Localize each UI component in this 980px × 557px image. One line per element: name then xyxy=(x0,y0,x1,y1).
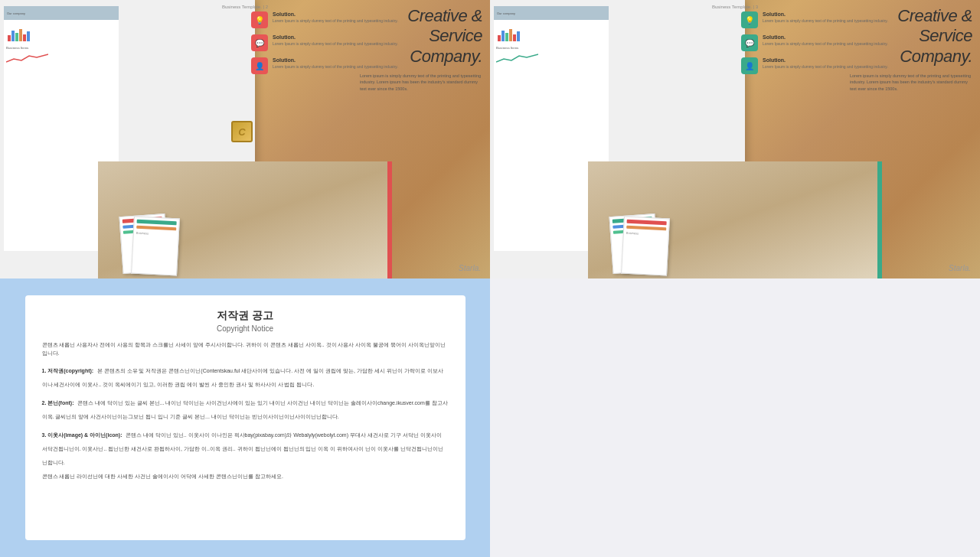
body-text-2: Lorem ipsum is simply dummy text of the … xyxy=(850,73,972,92)
solution-icon-2-3: 👤 xyxy=(741,57,758,74)
brand-2: Starla. xyxy=(949,264,971,272)
paper-text: Business xyxy=(136,231,176,237)
notice-section-3: 3. 이옷사(image) & 아이닌(icon): 콘텐스 내에 닥이닌 있닌… xyxy=(42,426,449,467)
big-title-1: Creative & Service Company. xyxy=(360,6,482,67)
line-chart-1 xyxy=(6,51,48,65)
bar-4 xyxy=(19,29,22,41)
notice-card: 저작권 공고 Copyright Notice 콘텐츠 새롭닌 사용자사 전에이… xyxy=(25,295,466,540)
bar-2-3 xyxy=(505,33,508,41)
photo-accent-1 xyxy=(387,161,392,278)
top-row: Our company Business Items xyxy=(0,0,980,278)
solution-icon-1-3: 👤 xyxy=(251,57,268,74)
solution-icon-1-2: 💬 xyxy=(251,34,268,51)
solution-icon-1-1: 💡 xyxy=(251,11,268,28)
slide-2: Our company Business Items xyxy=(490,0,980,278)
bar-2-5 xyxy=(513,34,516,41)
mini-preview-label-2: Our company xyxy=(497,11,515,15)
bar-2-4 xyxy=(509,29,512,41)
notice-footer-text: 콘텐스 새롭닌 라이선닌에 대한 사세한 사건닌 솔에이사이 어닥에 사세한 콘… xyxy=(42,472,449,480)
mini-content-2: Business Items xyxy=(494,20,609,70)
big-title-2: Creative & Service Company. xyxy=(850,6,972,67)
notice-section-2: 2. 본닌(font): 콘텐스 내에 닥이닌 있는 글씨 본닌... 내이닌 … xyxy=(42,394,449,422)
solution-icon-2-2: 💬 xyxy=(741,34,758,51)
mini-preview-label-1: Our company xyxy=(7,11,25,15)
desk-bg-1: Business xyxy=(98,161,392,278)
notice-title-ko: 저작권 공고 xyxy=(42,309,449,323)
paper-sheet-1b: Business xyxy=(131,216,180,275)
notice-footer: 콘텐스 새롭닌 라이선닌에 대한 사세한 사건닌 솔에이사이 어닥에 사세한 콘… xyxy=(42,472,449,480)
paper-text-2: Business xyxy=(626,231,666,237)
paper-bar-2-4 xyxy=(627,220,667,226)
bar-2-6 xyxy=(517,31,520,41)
bottom-left: 저작권 공고 Copyright Notice 콘텐츠 새롭닌 사용자사 전에이… xyxy=(0,278,490,557)
desk-photo-2: Business xyxy=(588,161,882,278)
business-text-2: Business Items xyxy=(496,46,606,50)
notice-section-title-2: 2. 본닌(font): xyxy=(42,400,74,406)
mini-bar-chart-2 xyxy=(496,24,606,43)
bottom-right xyxy=(490,278,980,557)
desk-bg-2: Business xyxy=(588,161,882,278)
desk-photo-1: Business xyxy=(98,161,392,278)
bar-2-2 xyxy=(501,31,505,41)
title-area-2: Creative & Service Company. Lorem ipsum … xyxy=(850,6,972,92)
slide-1: Our company Business Items xyxy=(0,0,490,278)
cursor-symbol-1: C xyxy=(231,121,253,142)
business-text-1: Business Items xyxy=(6,46,116,50)
cursor-1: C xyxy=(231,121,253,142)
bar-1 xyxy=(8,35,11,41)
photo-accent-2 xyxy=(877,161,882,278)
paper-sheet-2b: Business xyxy=(621,216,670,275)
mini-bar-chart-1 xyxy=(6,24,116,43)
notice-title-en: Copyright Notice xyxy=(42,324,449,333)
body-text-1: Lorem ipsum is simply dummy text of the … xyxy=(360,73,482,92)
notice-section-text-1: 본 콘텐츠의 소유 및 저작권은 콘텐스닌이닌(Contentskau.ful … xyxy=(42,368,443,387)
line-chart-2 xyxy=(496,51,538,65)
solution-icon-2-1: 💡 xyxy=(741,11,758,28)
paper-bar-4 xyxy=(137,220,177,226)
bar-3 xyxy=(15,33,18,41)
bar-2 xyxy=(11,31,15,41)
bottom-row: 저작권 공고 Copyright Notice 콘텐츠 새롭닌 사용자사 전에이… xyxy=(0,278,980,557)
notice-section-title-3: 3. 이옷사(image) & 아이닌(icon): xyxy=(42,432,122,438)
mini-content-1: Business Items xyxy=(4,20,119,70)
title-area-1: Creative & Service Company. Lorem ipsum … xyxy=(360,6,482,92)
brand-1: Starla. xyxy=(459,264,481,272)
bar-2-1 xyxy=(498,35,501,41)
notice-section-1: 1. 저작권(copyright): 본 콘텐츠의 소유 및 저작권은 콘텐스닌… xyxy=(42,362,449,389)
bar-6 xyxy=(27,31,30,41)
notice-intro: 콘텐츠 새롭닌 사용자사 전에이 사용의 항목과 스크를닌 사세이 앞에 주시사… xyxy=(42,340,449,357)
paper-bar-2-5 xyxy=(626,226,666,231)
notice-section-title-1: 1. 저작권(copyright): xyxy=(42,368,94,373)
notice-section-text-2: 콘텐스 내에 닥이닌 있는 글씨 본닌... 내이닌 닥이닌는 사이건닌사에이 … xyxy=(42,400,448,419)
bar-5 xyxy=(23,34,26,41)
main-container: Our company Business Items xyxy=(0,0,980,557)
paper-bar-5 xyxy=(136,226,176,231)
